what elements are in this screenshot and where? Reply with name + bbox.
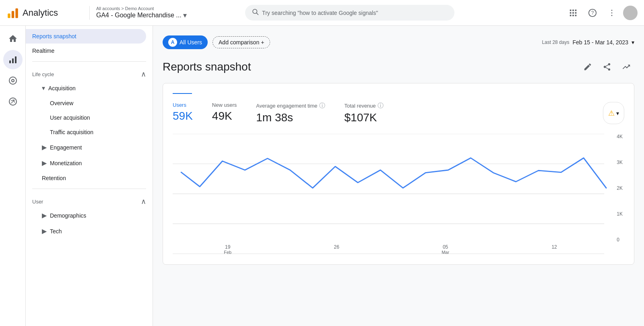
help-button[interactable]: ?	[584, 5, 601, 21]
retention-label: Retention	[42, 175, 66, 181]
sidebar: Reports snapshot Realtime Life cycle ∧ ▾…	[26, 26, 153, 326]
nav-realtime[interactable]: Realtime	[26, 44, 146, 58]
metric-engagement-value: 1m 38s	[256, 111, 325, 124]
chart-card: Users 59K New users 49K Average engageme…	[163, 83, 634, 265]
header-actions: ?	[565, 5, 638, 21]
x-date-19: 19	[224, 244, 231, 250]
all-users-label: All Users	[180, 39, 202, 46]
rail-reports-button[interactable]	[3, 50, 23, 69]
share-button[interactable]	[599, 59, 615, 75]
svg-text:?: ?	[591, 10, 594, 15]
monetization-label: Monetization	[50, 160, 82, 166]
account-chevron-icon: ▾	[183, 11, 187, 20]
svg-point-16	[611, 10, 613, 11]
metric-engagement-label: Average engagement time ⓘ	[256, 102, 325, 110]
x-month-feb: Feb	[224, 250, 231, 255]
nav-user-acquisition[interactable]: User acquisition	[26, 110, 146, 125]
icon-rail	[0, 26, 26, 326]
x-label-12: 12	[551, 244, 557, 255]
svg-rect-8	[570, 12, 572, 14]
chart-area: 4K 3K 2K 1K 0 19 Feb 26 05 Mar	[173, 134, 624, 255]
svg-point-18	[611, 15, 613, 16]
svg-line-4	[256, 13, 258, 15]
date-range-value: Feb 15 - Mar 14, 2023	[572, 39, 628, 46]
y-label-3k: 3K	[617, 160, 623, 165]
svg-point-17	[611, 12, 613, 13]
more-options-button[interactable]	[604, 5, 620, 21]
date-chevron-icon: ▾	[632, 39, 634, 46]
metric-users: Users 59K	[173, 102, 193, 124]
main-content: A All Users Add comparison + Last 28 day…	[153, 26, 644, 326]
x-label-mar05: 05 Mar	[442, 244, 449, 255]
metric-new-users: New users 49K	[212, 102, 237, 124]
y-label-4k: 4K	[617, 134, 623, 139]
add-comparison-button[interactable]: Add comparison +	[213, 36, 270, 48]
lifecycle-section-header: Life cycle ∧	[26, 65, 153, 80]
monetization-arrow-icon: ▶	[42, 159, 47, 167]
logo-area: Analytics	[6, 6, 83, 19]
nav-monetization[interactable]: ▶ Monetization	[26, 155, 146, 171]
nav-overview[interactable]: Overview	[26, 96, 146, 110]
rail-explore-button[interactable]	[3, 71, 23, 90]
svg-rect-12	[572, 15, 574, 16]
revenue-info-icon[interactable]: ⓘ	[378, 102, 384, 110]
user-section-label: User	[32, 199, 43, 205]
alert-badge[interactable]: ⚠ ▾	[603, 102, 624, 124]
metric-revenue: Total revenue ⓘ $107K	[345, 102, 384, 124]
page-header: Reports snapshot	[163, 59, 634, 75]
breadcrumb: All accounts > Demo Account	[96, 6, 187, 11]
metric-users-value: 59K	[173, 110, 193, 123]
edit-report-button[interactable]	[580, 59, 596, 75]
rail-home-button[interactable]	[3, 29, 23, 48]
insights-button[interactable]	[618, 59, 634, 75]
overview-label: Overview	[50, 100, 73, 106]
y-label-0: 0	[617, 237, 623, 243]
account-selector[interactable]: GA4 - Google Merchandise ... ▾	[96, 11, 187, 20]
x-axis-labels: 19 Feb 26 05 Mar 12	[173, 243, 608, 255]
page-title: Reports snapshot	[163, 60, 251, 73]
svg-rect-5	[570, 9, 572, 11]
nav-engagement[interactable]: ▶ Engagement	[26, 139, 146, 155]
x-date-12: 12	[551, 244, 557, 250]
metric-engagement: Average engagement time ⓘ 1m 38s	[256, 102, 325, 124]
svg-point-22	[9, 77, 17, 84]
apps-button[interactable]	[565, 5, 581, 21]
user-acquisition-label: User acquisition	[50, 114, 90, 121]
svg-rect-0	[8, 13, 10, 18]
x-label-26: 26	[334, 244, 339, 255]
svg-point-23	[12, 79, 14, 82]
user-section-header: User ∧	[26, 192, 153, 208]
nav-reports-snapshot[interactable]: Reports snapshot	[26, 29, 146, 44]
add-icon: +	[261, 39, 264, 46]
nav-retention[interactable]: Retention	[26, 171, 146, 185]
realtime-label: Realtime	[32, 48, 54, 54]
svg-rect-7	[575, 9, 577, 11]
nav-traffic-acquisition[interactable]: Traffic acquisition	[26, 125, 146, 139]
metrics-row: Users 59K New users 49K Average engageme…	[173, 102, 624, 124]
user-avatar[interactable]	[623, 6, 638, 20]
metric-revenue-label: Total revenue ⓘ	[345, 102, 384, 110]
lifecycle-collapse-button[interactable]: ∧	[141, 70, 146, 79]
demographics-arrow-icon: ▶	[42, 212, 47, 219]
nav-tech[interactable]: ▶ Tech	[26, 223, 146, 239]
rail-advertising-button[interactable]	[3, 92, 23, 111]
user-collapse-button[interactable]: ∧	[141, 197, 146, 206]
search-bar[interactable]: Try searching "how to activate Google si…	[245, 5, 454, 21]
metric-new-users-value: 49K	[212, 110, 237, 123]
x-date-26: 26	[334, 244, 339, 250]
x-date-05: 05	[442, 244, 449, 250]
engagement-label: Engagement	[50, 144, 82, 151]
nav-acquisition[interactable]: ▾ Acquisition	[26, 80, 146, 96]
y-label-1k: 1K	[617, 211, 623, 217]
all-users-badge[interactable]: A All Users	[163, 35, 208, 49]
account-name-text: GA4 - Google Merchandise ...	[96, 12, 182, 19]
y-axis-labels: 4K 3K 2K 1K 0	[617, 134, 624, 243]
nav-demographics[interactable]: ▶ Demographics	[26, 208, 146, 223]
tech-arrow-icon: ▶	[42, 227, 47, 235]
metric-revenue-value: $107K	[345, 111, 384, 124]
svg-rect-19	[9, 60, 11, 63]
top-header: Analytics All accounts > Demo Account GA…	[0, 0, 644, 26]
date-range-selector[interactable]: Last 28 days Feb 15 - Mar 14, 2023 ▾	[542, 39, 634, 46]
engagement-info-icon[interactable]: ⓘ	[319, 102, 325, 110]
date-label: Last 28 days	[542, 39, 569, 45]
